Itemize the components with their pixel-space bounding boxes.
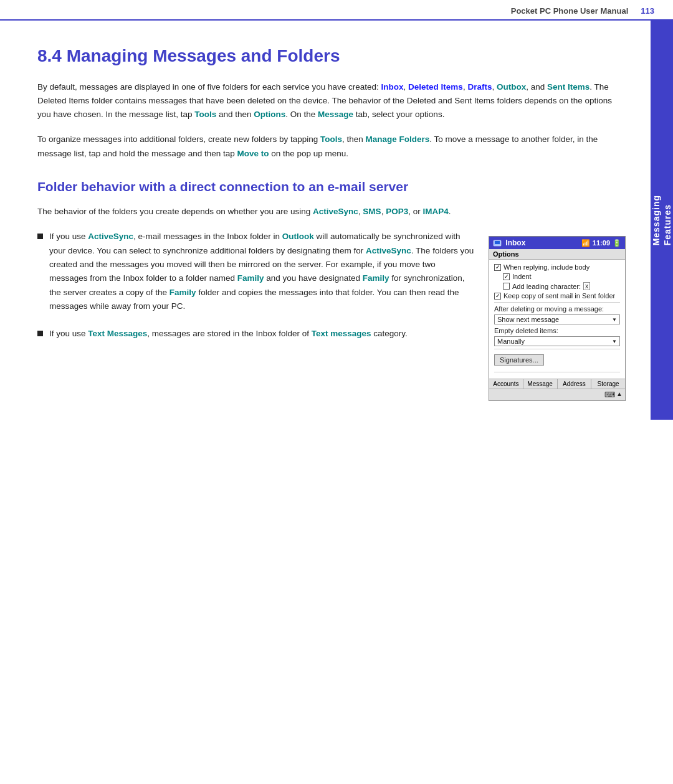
bullet-section: If you use ActiveSync, e-mail messages i…	[37, 230, 626, 401]
phone-divider-1	[494, 302, 620, 303]
bullet-icon	[37, 331, 43, 336]
phone-divider-2	[494, 349, 620, 349]
phone-dropdown-1[interactable]: Show next message ▼	[494, 314, 620, 324]
list-item: If you use Text Messages, messages are s…	[37, 327, 476, 341]
pop3-link: POP3	[386, 207, 408, 216]
signatures-btn-label: Signatures...	[494, 354, 544, 366]
tools-link-2: Tools	[320, 135, 342, 144]
phone-divider-3	[494, 372, 620, 372]
sms-link: SMS	[363, 207, 381, 216]
checkbox-4	[494, 293, 501, 300]
section-intro-paragraph: The behavior of the folders you create d…	[37, 205, 626, 219]
checkbox-1	[494, 264, 501, 271]
header-title: Pocket PC Phone User Manual	[511, 6, 629, 16]
phone-checkbox-row-1: When replying, include body	[494, 263, 620, 271]
empty-deleted-label: Empty deleted items:	[494, 327, 620, 334]
activesync-link-3: ActiveSync	[366, 246, 411, 255]
phone-dropdown-2[interactable]: Manually ▼	[494, 336, 620, 346]
phone-battery-icon: 🔋	[613, 239, 621, 247]
phone-titlebar: Inbox 📶 11:09 🔋	[489, 237, 625, 249]
phone-time: 11:09	[593, 239, 610, 247]
outbox-link: Outbox	[497, 82, 526, 92]
signatures-button[interactable]: Signatures...	[494, 352, 620, 368]
tools-link-1: Tools	[194, 110, 216, 119]
page-number: 113	[641, 6, 654, 16]
sidebar-label: MessagingFeatures	[651, 21, 673, 420]
options-link: Options	[254, 110, 285, 119]
family-link-3: Family	[169, 288, 196, 297]
phone-body: When replying, include body Indent Add l…	[489, 260, 625, 379]
svg-rect-1	[495, 241, 500, 244]
after-delete-label: After deleting or moving a message:	[494, 305, 620, 313]
intro-paragraph: By default, messages are displayed in on…	[37, 80, 626, 122]
phone-indent-row-2: Add leading character: x	[503, 282, 620, 290]
manage-folders-link: Manage Folders	[366, 135, 430, 144]
tab-accounts[interactable]: Accounts	[489, 379, 523, 389]
family-link-1: Family	[237, 273, 264, 283]
sent-items-link: Sent Items	[547, 82, 589, 92]
phone-bottom-bar: ⌨ ▲	[489, 389, 625, 400]
sidebar-label-text: MessagingFeatures	[651, 195, 673, 245]
bullet-text-2: If you use Text Messages, messages are s…	[49, 327, 476, 341]
tab-address[interactable]: Address	[558, 379, 592, 389]
drafts-link: Drafts	[467, 82, 492, 92]
inbox-link: Inbox	[381, 82, 404, 92]
page-content: 8.4 Managing Messages and Folders By def…	[0, 21, 673, 420]
activesync-link-2: ActiveSync	[88, 232, 133, 241]
phone-keyboard-icon: ⌨	[604, 390, 615, 399]
phone-signal-icon: 📶	[581, 239, 590, 247]
outlook-link: Outlook	[282, 232, 314, 241]
page-header: Pocket PC Phone User Manual 113	[0, 0, 673, 21]
phone-checkbox-row-4: Keep copy of sent mail in Sent folder	[494, 292, 620, 300]
phone-widget: Inbox 📶 11:09 🔋 Options When replyin	[489, 236, 626, 401]
phone-title: Inbox	[493, 239, 525, 247]
bullet-list: If you use ActiveSync, e-mail messages i…	[37, 230, 476, 401]
tab-message[interactable]: Message	[523, 379, 558, 389]
checkbox-label-4: Keep copy of sent mail in Sent folder	[504, 292, 615, 300]
checkbox-2	[503, 273, 510, 280]
chapter-title: 8.4 Managing Messages and Folders	[37, 45, 626, 67]
imap4-link: IMAP4	[422, 207, 448, 216]
second-paragraph: To organize messages into additional fol…	[37, 133, 626, 161]
activesync-link-1: ActiveSync	[313, 207, 358, 216]
bullet-text-1: If you use ActiveSync, e-mail messages i…	[49, 230, 476, 313]
text-messages-link-1: Text Messages	[88, 329, 147, 338]
phone-status-bar: 📶 11:09 🔋	[581, 239, 621, 247]
main-content-area: 8.4 Managing Messages and Folders By def…	[0, 21, 651, 420]
deleted-items-link: Deleted Items	[408, 82, 463, 92]
text-messages-link-2: Text messages	[312, 329, 371, 338]
tab-storage[interactable]: Storage	[591, 379, 625, 389]
dropdown-2-value: Manually	[497, 338, 525, 345]
phone-tabs: Accounts Message Address Storage	[489, 379, 625, 389]
bullet-icon	[37, 234, 43, 239]
dropdown-1-arrow: ▼	[612, 317, 617, 323]
checkbox-3	[503, 283, 510, 290]
move-to-link: Move to	[237, 149, 269, 158]
section-title: Folder behavior with a direct connection…	[37, 178, 626, 195]
checkbox-label-2: Indent	[512, 273, 532, 280]
checkbox-label-1: When replying, include body	[504, 263, 589, 271]
family-link-2: Family	[363, 273, 389, 283]
phone-menu-bar: Options	[489, 249, 625, 260]
phone-expand-icon: ▲	[616, 390, 623, 399]
list-item: If you use ActiveSync, e-mail messages i…	[37, 230, 476, 313]
char-box: x	[583, 282, 590, 290]
checkbox-label-3: Add leading character:	[512, 283, 581, 290]
dropdown-2-arrow: ▼	[612, 339, 617, 344]
dropdown-1-value: Show next message	[497, 316, 559, 323]
phone-indent-row-1: Indent	[503, 273, 620, 280]
message-tab-link: Message	[318, 110, 353, 119]
